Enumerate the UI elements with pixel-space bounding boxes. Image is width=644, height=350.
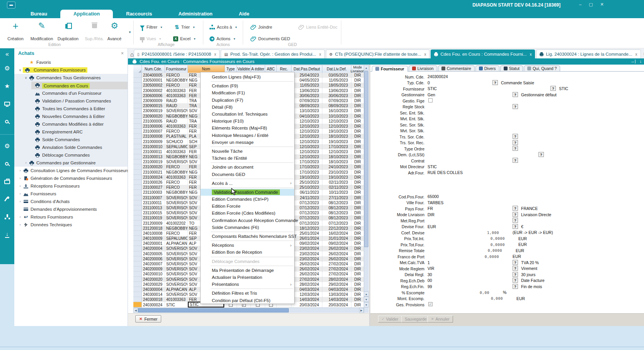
tab-right-icon[interactable]: →| — [630, 59, 636, 63]
field-value[interactable]: 99 — [428, 284, 432, 289]
row-selector[interactable] — [133, 88, 142, 93]
lookup-question-button[interactable]: ? — [513, 284, 518, 289]
duplication-button[interactable]: Duplication — [56, 20, 80, 42]
row-selector[interactable] — [133, 175, 142, 180]
menu-item-el-ments-r-cents-maj-f8-[interactable]: Eléments Récents (Maj+F8) — [201, 125, 294, 131]
tab-cts[interactable]: ⚙CTs (POSEQUINC):File d'attente de toute… — [326, 50, 430, 58]
lookup-question-button[interactable]: ? — [513, 134, 518, 139]
chevron-right-icon[interactable]: › — [17, 169, 23, 172]
menu-item-d-tail-f8-[interactable]: Détail (F8) — [201, 104, 294, 111]
scroll-split-down-icon[interactable]: ▼ — [364, 297, 369, 302]
row-selector[interactable] — [133, 195, 142, 200]
actions-button[interactable]: ➔ Actions▼ — [210, 34, 236, 43]
row-selector[interactable] — [133, 261, 142, 266]
sidebar-item-demandes-d-approvisionnements[interactable]: Demandes d'Approvisionnements — [14, 205, 128, 213]
lookup-question-button[interactable]: ? — [513, 272, 518, 277]
home-icon[interactable]: ⌂ — [130, 50, 134, 58]
lookup-question-button[interactable]: ? — [513, 278, 518, 283]
row-selector[interactable] — [133, 246, 142, 251]
chevron-right-icon[interactable]: › — [17, 184, 23, 188]
row-selector[interactable] — [133, 287, 142, 292]
row-selector[interactable] — [133, 241, 142, 246]
sidebar-item-solde-commandes[interactable]: Solde Commandes — [14, 136, 128, 143]
row-selector[interactable] — [133, 119, 142, 124]
robot-arm-rail-button[interactable] — [0, 193, 14, 205]
row-selector[interactable] — [133, 164, 142, 169]
menu-item-joindre-un-document[interactable]: Joindre un document — [201, 164, 294, 171]
menu-item-condition-par-d-faut-ctrl-f5-[interactable]: Condition par Défaut (Ctrl-F5) — [201, 297, 294, 304]
chevron-right-icon[interactable]: › — [17, 200, 23, 203]
chevron-down-icon[interactable]: ∨ — [17, 68, 23, 72]
row-selector[interactable] — [133, 149, 142, 154]
documents-ged-button[interactable]: Documents GED — [250, 34, 290, 43]
field-value[interactable]: FR — [428, 206, 433, 211]
select-all-header[interactable] — [133, 65, 142, 73]
sidebar-item-favoris[interactable]: ★Favoris — [14, 58, 128, 66]
download-rail-button[interactable]: ↓ — [0, 229, 14, 241]
row-selector[interactable] — [133, 139, 142, 144]
row-selector[interactable] — [133, 226, 142, 231]
excel-button[interactable]: X Excel▼ — [173, 34, 196, 43]
menu-aide[interactable]: Aide — [226, 10, 262, 18]
lookup-question-button[interactable]: ? — [513, 218, 518, 223]
briefcase-rail-button[interactable] — [0, 176, 14, 187]
sidebar-item-enregistrement-arc[interactable]: Enregistrement ARC — [14, 128, 128, 136]
sauvegarde-button[interactable]: Sauvegarde — [401, 316, 430, 323]
sidebar-item-conditions-d-achats[interactable]: ›Conditions d'Achats — [14, 198, 128, 205]
menu-item-d-finition-filtres-et-tris[interactable]: Définition Filtres et Tris — [201, 290, 294, 297]
lookup-question-button[interactable]: ? — [513, 158, 518, 163]
menu-item-edition-forc-e-cdes-modifi-es-[interactable]: Edition Forcée (Cdes Modifiées) — [201, 210, 294, 217]
field-value[interactable]: EUR — [428, 224, 436, 229]
sidebar-item-r-ceptions-fournisseurs[interactable]: ›Réceptions Fournisseurs — [14, 182, 128, 190]
close-icon[interactable]: x — [424, 52, 426, 56]
sidebar-item-donn-es-techniques[interactable]: ›Données Techniques — [14, 221, 128, 229]
avance-button[interactable]: ⚙ Avancé — [102, 20, 127, 42]
row-selector[interactable] — [133, 129, 142, 134]
row-selector[interactable] — [133, 251, 142, 256]
field-value[interactable]: 30 — [428, 272, 432, 277]
row-selector[interactable] — [133, 170, 142, 175]
field-value[interactable]: Gen — [428, 92, 435, 97]
menu-item-d-blocage-commandes[interactable]: Déblocage Commandes — [201, 258, 294, 265]
row-selector[interactable] — [133, 282, 142, 287]
vues-button[interactable]: Vues▼ — [140, 34, 162, 43]
close-icon[interactable]: × — [121, 51, 124, 56]
sidebar-item-d-blocage-commandes[interactable]: Déblocage Commandes — [14, 151, 128, 159]
row-selector[interactable] — [133, 292, 142, 297]
field-value[interactable]: 0 — [428, 80, 430, 85]
close-icon[interactable]: x — [530, 52, 532, 56]
menu-raccourcis[interactable]: Raccourcis — [113, 10, 165, 18]
column-header-mode-livraison[interactable]: Mode Livraison — [351, 65, 364, 73]
row-selector[interactable] — [133, 103, 142, 108]
window-controls[interactable]: – ▢ ✕ — [579, 2, 607, 7]
row-selector[interactable] — [133, 159, 142, 164]
vertical-scroll-thumb[interactable] — [364, 71, 368, 247]
search-rail-button[interactable] — [0, 116, 14, 127]
menu-item-gestion-lignes-maj-f3-[interactable]: Gestion Lignes (Maj+F3) — [201, 73, 294, 80]
scroll-right-icon[interactable]: ▶ — [359, 308, 364, 313]
field-numeric-value[interactable]: 1,000 — [428, 230, 499, 235]
menu-item-confirmation-accus-r-ception-commande[interactable]: Confirmation Accusé Réception Commande — [201, 217, 294, 224]
lookup-question-button[interactable]: ? — [492, 80, 498, 85]
sidebar-item-validation-passation-commandes[interactable]: Validation / Passation Commandes — [14, 97, 128, 105]
row-selector[interactable] — [133, 93, 142, 98]
sidebar-item-commandes-en-cours[interactable]: Commandes en Cours — [14, 82, 128, 89]
column-header-dat-pas-defaut[interactable]: Dat.Pas.Defaut — [291, 65, 322, 73]
row-selector[interactable] — [133, 256, 142, 261]
lookup-question-button[interactable]: ? — [513, 224, 518, 229]
lookup-question-button[interactable]: ? — [513, 104, 518, 109]
filtrer-button[interactable]: Filtrer▼ — [140, 23, 163, 31]
menu-item-validation-passation-commande[interactable]: Validation/Passation Commande — [201, 189, 294, 196]
menu-administration[interactable]: Administration — [165, 10, 226, 18]
lookup-question-button[interactable]: ? — [513, 206, 518, 211]
menu-item-solde-commandes-f6-[interactable]: Solde Commandes (F6) — [201, 224, 294, 231]
field-value[interactable]: 00 — [428, 278, 432, 283]
sidebar-item-commandes-modifi-es-diter[interactable]: Commandes Modifiées à éditer — [14, 120, 128, 128]
menu-item-cr-ation-f9-[interactable]: Création (F9) — [201, 82, 294, 89]
chevron-right-icon[interactable]: › — [17, 192, 23, 196]
tab-cdes[interactable]: Cdes Fou. en Cours : Commandes Fourni...… — [431, 50, 535, 58]
sidebar-item-commandes-fournisseurs[interactable]: ∨Commandes Fournisseurs — [14, 66, 128, 74]
valider-button[interactable]: ✓Valider — [378, 316, 402, 323]
menu-item-ma-pr-sentation-de-d-marrage[interactable]: Ma Présentation de Démarrage — [201, 267, 294, 274]
chevron-right-icon[interactable]: › — [17, 223, 23, 227]
